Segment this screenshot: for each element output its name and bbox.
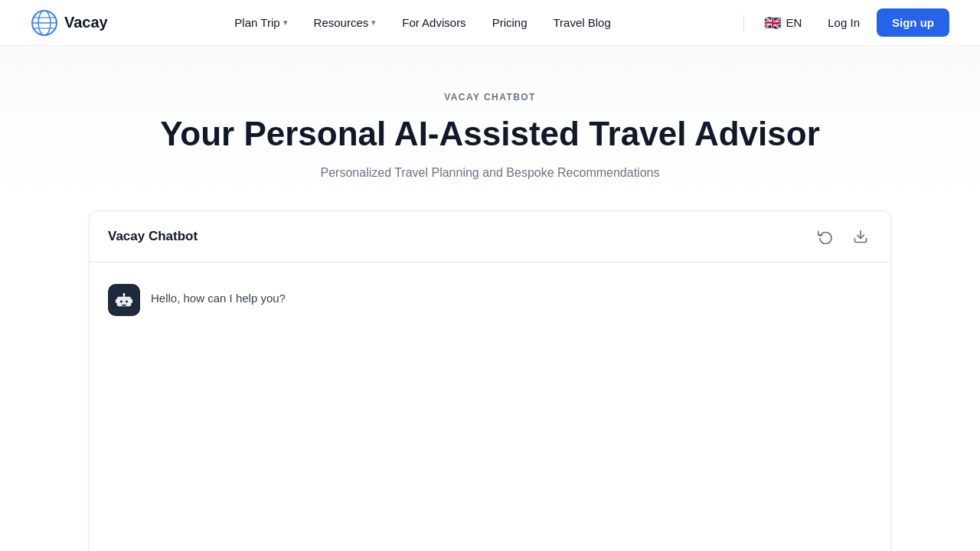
bot-message: Hello, how can I help you?: [108, 284, 872, 316]
bot-icon: [115, 291, 133, 309]
chevron-down-icon: ▾: [371, 18, 376, 28]
nav-divider: [743, 14, 744, 32]
nav-links: Plan Trip ▾ Resources ▾ For Advisors Pri…: [224, 10, 621, 35]
flag-icon: 🇬🇧: [764, 15, 781, 31]
logo-link[interactable]: Vacay: [31, 9, 108, 37]
download-icon: [853, 229, 868, 244]
hero-tag: VACAY CHATBOT: [15, 92, 965, 103]
chatbot-panel-title: Vacay Chatbot: [108, 229, 198, 244]
login-button[interactable]: Log In: [815, 10, 872, 35]
nav-resources[interactable]: Resources ▾: [303, 10, 387, 35]
nav-for-advisors[interactable]: For Advisors: [391, 10, 476, 35]
hero-subtitle: Personalized Travel Planning and Bespoke…: [15, 166, 965, 180]
chatbot-header-icons: [814, 225, 872, 248]
svg-point-12: [123, 293, 126, 295]
svg-rect-10: [122, 305, 126, 306]
chatbot-body: Hello, how can I help you?: [90, 262, 890, 551]
language-selector[interactable]: 🇬🇧 EN: [755, 8, 811, 37]
nav-pricing[interactable]: Pricing: [482, 10, 538, 35]
svg-point-9: [126, 300, 128, 302]
svg-point-8: [120, 300, 122, 302]
refresh-icon: [818, 229, 833, 244]
bot-avatar: [108, 284, 140, 316]
chatbot-wrapper: Vacay Chatbot: [74, 210, 906, 551]
logo-globe-icon: [31, 9, 58, 37]
svg-rect-14: [131, 299, 132, 303]
chatbot-header: Vacay Chatbot: [90, 211, 890, 262]
logo-text: Vacay: [64, 14, 108, 31]
navbar: Vacay Plan Trip ▾ Resources ▾ For Adviso…: [0, 0, 980, 46]
download-button[interactable]: [849, 225, 872, 248]
nav-plan-trip[interactable]: Plan Trip ▾: [224, 10, 298, 35]
signup-button[interactable]: Sign up: [877, 8, 949, 37]
nav-right: 🇬🇧 EN Log In Sign up: [737, 8, 949, 37]
chevron-down-icon: ▾: [283, 18, 288, 28]
chatbot-panel: Vacay Chatbot: [89, 210, 891, 551]
nav-travel-blog[interactable]: Travel Blog: [542, 10, 621, 35]
hero-title: Your Personal AI-Assisted Travel Advisor: [15, 115, 965, 154]
svg-rect-13: [116, 299, 117, 303]
bot-message-text: Hello, how can I help you?: [151, 284, 286, 305]
hero-section: VACAY CHATBOT Your Personal AI-Assisted …: [0, 46, 980, 210]
refresh-button[interactable]: [814, 225, 837, 248]
